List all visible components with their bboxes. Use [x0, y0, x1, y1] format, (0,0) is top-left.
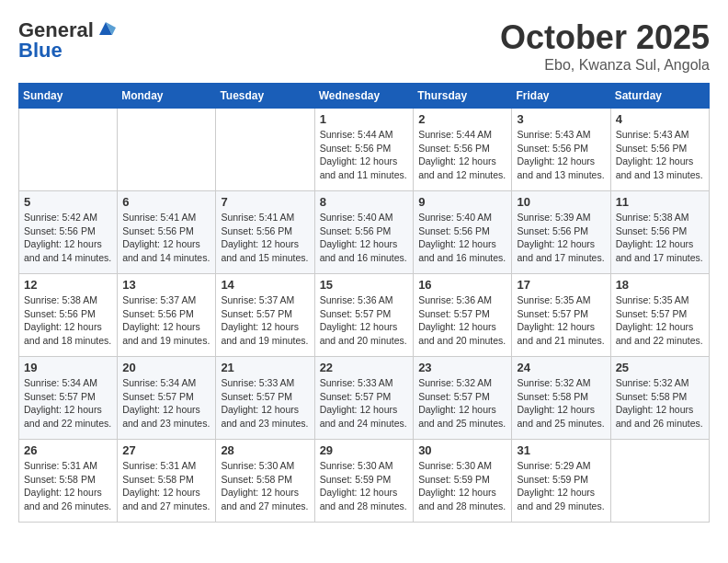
calendar-cell: 12Sunrise: 5:38 AMSunset: 5:56 PMDayligh…	[19, 274, 118, 357]
day-number: 27	[122, 443, 210, 457]
calendar-cell: 6Sunrise: 5:41 AMSunset: 5:56 PMDaylight…	[118, 191, 216, 274]
day-number: 2	[418, 112, 506, 126]
calendar-cell: 20Sunrise: 5:34 AMSunset: 5:57 PMDayligh…	[118, 357, 216, 440]
day-number: 7	[221, 195, 309, 209]
day-number: 1	[320, 112, 409, 126]
day-info: Sunrise: 5:41 AMSunset: 5:56 PMDaylight:…	[221, 211, 309, 265]
day-info: Sunrise: 5:38 AMSunset: 5:56 PMDaylight:…	[24, 293, 112, 348]
calendar-cell: 13Sunrise: 5:37 AMSunset: 5:56 PMDayligh…	[118, 274, 216, 357]
calendar-cell: 21Sunrise: 5:33 AMSunset: 5:57 PMDayligh…	[216, 357, 314, 440]
day-number: 28	[221, 443, 309, 457]
calendar-table: SundayMondayTuesdayWednesdayThursdayFrid…	[18, 83, 710, 523]
day-info: Sunrise: 5:42 AMSunset: 5:56 PMDaylight:…	[24, 211, 112, 265]
day-number: 21	[221, 361, 309, 374]
day-info: Sunrise: 5:36 AMSunset: 5:57 PMDaylight:…	[418, 293, 506, 348]
day-number: 3	[517, 112, 605, 126]
day-info: Sunrise: 5:44 AMSunset: 5:56 PMDaylight:…	[320, 128, 409, 182]
day-info: Sunrise: 5:31 AMSunset: 5:58 PMDaylight:…	[122, 459, 210, 513]
weekday-header-saturday: Saturday	[610, 84, 709, 109]
day-number: 8	[320, 195, 409, 209]
calendar-cell: 14Sunrise: 5:37 AMSunset: 5:57 PMDayligh…	[216, 274, 314, 357]
calendar-cell	[118, 109, 216, 191]
day-number: 15	[320, 278, 409, 292]
calendar-cell: 24Sunrise: 5:32 AMSunset: 5:58 PMDayligh…	[512, 357, 610, 440]
day-number: 5	[24, 195, 112, 209]
logo-icon	[96, 18, 116, 39]
title-section: October 2025 Ebo, Kwanza Sul, Angola	[500, 18, 710, 74]
calendar-cell: 31Sunrise: 5:29 AMSunset: 5:59 PMDayligh…	[512, 440, 610, 523]
calendar-cell: 28Sunrise: 5:30 AMSunset: 5:58 PMDayligh…	[216, 440, 314, 523]
month-title: October 2025	[500, 18, 710, 57]
calendar-cell: 17Sunrise: 5:35 AMSunset: 5:57 PMDayligh…	[512, 274, 610, 357]
day-number: 30	[418, 443, 506, 457]
calendar-cell: 23Sunrise: 5:32 AMSunset: 5:57 PMDayligh…	[414, 357, 512, 440]
calendar-cell: 15Sunrise: 5:36 AMSunset: 5:57 PMDayligh…	[314, 274, 414, 357]
calendar-cell: 2Sunrise: 5:44 AMSunset: 5:56 PMDaylight…	[414, 109, 512, 191]
page-header: General Blue October 2025 Ebo, Kwanza Su…	[18, 18, 710, 74]
day-info: Sunrise: 5:37 AMSunset: 5:56 PMDaylight:…	[122, 293, 210, 348]
calendar-cell: 22Sunrise: 5:33 AMSunset: 5:57 PMDayligh…	[314, 357, 414, 440]
day-number: 25	[616, 361, 704, 374]
weekday-header-wednesday: Wednesday	[314, 84, 414, 109]
calendar-week-5: 26Sunrise: 5:31 AMSunset: 5:58 PMDayligh…	[19, 440, 710, 523]
calendar-cell: 16Sunrise: 5:36 AMSunset: 5:57 PMDayligh…	[414, 274, 512, 357]
calendar-cell: 11Sunrise: 5:38 AMSunset: 5:56 PMDayligh…	[610, 191, 709, 274]
day-number: 29	[320, 443, 409, 457]
day-info: Sunrise: 5:35 AMSunset: 5:57 PMDaylight:…	[616, 293, 704, 348]
day-number: 12	[24, 278, 112, 292]
day-info: Sunrise: 5:39 AMSunset: 5:56 PMDaylight:…	[517, 211, 605, 265]
day-info: Sunrise: 5:33 AMSunset: 5:57 PMDaylight:…	[320, 376, 409, 431]
day-info: Sunrise: 5:35 AMSunset: 5:57 PMDaylight:…	[517, 293, 605, 348]
day-info: Sunrise: 5:29 AMSunset: 5:59 PMDaylight:…	[517, 459, 605, 513]
calendar-cell	[610, 440, 709, 523]
day-number: 24	[517, 361, 605, 374]
logo-blue-text: Blue	[18, 39, 63, 63]
logo: General Blue	[18, 18, 116, 63]
calendar-cell: 30Sunrise: 5:30 AMSunset: 5:59 PMDayligh…	[414, 440, 512, 523]
day-info: Sunrise: 5:34 AMSunset: 5:57 PMDaylight:…	[122, 376, 210, 431]
day-info: Sunrise: 5:30 AMSunset: 5:59 PMDaylight:…	[320, 459, 409, 513]
calendar-cell: 1Sunrise: 5:44 AMSunset: 5:56 PMDaylight…	[314, 109, 414, 191]
weekday-header-monday: Monday	[118, 84, 216, 109]
day-info: Sunrise: 5:32 AMSunset: 5:58 PMDaylight:…	[517, 376, 605, 431]
day-info: Sunrise: 5:40 AMSunset: 5:56 PMDaylight:…	[418, 211, 506, 265]
calendar-week-1: 1Sunrise: 5:44 AMSunset: 5:56 PMDaylight…	[19, 109, 710, 191]
calendar-cell: 4Sunrise: 5:43 AMSunset: 5:56 PMDaylight…	[610, 109, 709, 191]
calendar-header-row: SundayMondayTuesdayWednesdayThursdayFrid…	[19, 84, 710, 109]
day-number: 19	[24, 361, 112, 374]
calendar-cell: 3Sunrise: 5:43 AMSunset: 5:56 PMDaylight…	[512, 109, 610, 191]
day-info: Sunrise: 5:40 AMSunset: 5:56 PMDaylight:…	[320, 211, 409, 265]
day-number: 22	[320, 361, 409, 374]
weekday-header-friday: Friday	[512, 84, 610, 109]
calendar-cell: 9Sunrise: 5:40 AMSunset: 5:56 PMDaylight…	[414, 191, 512, 274]
day-number: 9	[418, 195, 506, 209]
day-info: Sunrise: 5:37 AMSunset: 5:57 PMDaylight:…	[221, 293, 309, 348]
day-number: 26	[24, 443, 112, 457]
day-info: Sunrise: 5:43 AMSunset: 5:56 PMDaylight:…	[616, 128, 704, 182]
calendar-cell: 8Sunrise: 5:40 AMSunset: 5:56 PMDaylight…	[314, 191, 414, 274]
day-number: 17	[517, 278, 605, 292]
day-number: 11	[616, 195, 704, 209]
weekday-header-sunday: Sunday	[19, 84, 118, 109]
calendar-cell: 25Sunrise: 5:32 AMSunset: 5:58 PMDayligh…	[610, 357, 709, 440]
location-text: Ebo, Kwanza Sul, Angola	[500, 57, 710, 74]
calendar-cell	[19, 109, 118, 191]
day-number: 16	[418, 278, 506, 292]
day-info: Sunrise: 5:34 AMSunset: 5:57 PMDaylight:…	[24, 376, 112, 431]
calendar-cell: 5Sunrise: 5:42 AMSunset: 5:56 PMDaylight…	[19, 191, 118, 274]
calendar-week-4: 19Sunrise: 5:34 AMSunset: 5:57 PMDayligh…	[19, 357, 710, 440]
calendar-cell: 29Sunrise: 5:30 AMSunset: 5:59 PMDayligh…	[314, 440, 414, 523]
calendar-cell: 26Sunrise: 5:31 AMSunset: 5:58 PMDayligh…	[19, 440, 118, 523]
day-number: 23	[418, 361, 506, 374]
day-number: 20	[122, 361, 210, 374]
day-info: Sunrise: 5:30 AMSunset: 5:59 PMDaylight:…	[418, 459, 506, 513]
weekday-header-tuesday: Tuesday	[216, 84, 314, 109]
calendar-cell: 27Sunrise: 5:31 AMSunset: 5:58 PMDayligh…	[118, 440, 216, 523]
day-info: Sunrise: 5:41 AMSunset: 5:56 PMDaylight:…	[122, 211, 210, 265]
day-number: 10	[517, 195, 605, 209]
calendar-week-2: 5Sunrise: 5:42 AMSunset: 5:56 PMDaylight…	[19, 191, 710, 274]
calendar-cell: 18Sunrise: 5:35 AMSunset: 5:57 PMDayligh…	[610, 274, 709, 357]
weekday-header-thursday: Thursday	[414, 84, 512, 109]
day-info: Sunrise: 5:33 AMSunset: 5:57 PMDaylight:…	[221, 376, 309, 431]
day-number: 6	[122, 195, 210, 209]
